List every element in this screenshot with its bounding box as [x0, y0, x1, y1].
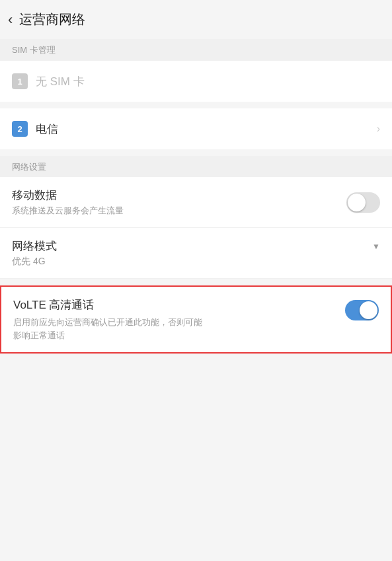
- network-mode-value: 优先 4G: [12, 256, 380, 268]
- sim-section-label: SIM 卡管理: [0, 39, 392, 60]
- mobile-data-toggle-track[interactable]: [346, 192, 380, 213]
- volte-subtitle: 启用前应先向运营商确认已开通此功能，否则可能 影响正常通话: [13, 316, 337, 342]
- mobile-data-subtitle: 系统推送及云服务会产生流量: [12, 205, 338, 217]
- volte-subtitle-line1: 启用前应先向运营商确认已开通此功能，否则可能: [13, 317, 202, 327]
- volte-subtitle-line2: 影响正常通话: [13, 330, 65, 340]
- sim1-item: 1 无 SIM 卡: [0, 61, 392, 102]
- dropdown-icon: ▼: [372, 242, 380, 251]
- mobile-data-content: 移动数据 系统推送及云服务会产生流量: [12, 188, 338, 217]
- network-mode-top: 网络模式 ▼: [12, 239, 380, 254]
- network-section-label: 网络设置: [0, 156, 392, 177]
- volte-title: VoLTE 高清通话: [13, 297, 337, 313]
- sim2-item[interactable]: 2 电信 ›: [0, 108, 392, 149]
- sim2-badge: 2: [12, 121, 28, 137]
- volte-toggle[interactable]: [345, 300, 379, 320]
- sim1-badge: 1: [12, 73, 28, 89]
- mobile-data-toggle-thumb: [348, 194, 366, 211]
- volte-toggle-track[interactable]: [345, 300, 379, 320]
- volte-section: VoLTE 高清通话 启用前应先向运营商确认已开通此功能，否则可能 影响正常通话: [0, 285, 392, 354]
- network-mode-item[interactable]: 网络模式 ▼ 优先 4G: [0, 228, 392, 279]
- header: ‹ 运营商网络: [0, 0, 392, 39]
- sim1-label: 无 SIM 卡: [36, 74, 380, 89]
- page-title: 运营商网络: [19, 11, 85, 28]
- volte-item: VoLTE 高清通话 启用前应先向运营商确认已开通此功能，否则可能 影响正常通话: [1, 287, 391, 352]
- volte-toggle-thumb: [360, 301, 377, 319]
- mobile-data-title: 移动数据: [12, 188, 338, 203]
- network-mode-title: 网络模式: [12, 239, 57, 254]
- sim2-label: 电信: [36, 122, 377, 137]
- back-button[interactable]: ‹: [8, 13, 13, 27]
- mobile-data-toggle[interactable]: [346, 192, 380, 213]
- sim2-chevron-icon: ›: [377, 123, 380, 135]
- volte-content: VoLTE 高清通话 启用前应先向运营商确认已开通此功能，否则可能 影响正常通话: [13, 297, 337, 342]
- mobile-data-item: 移动数据 系统推送及云服务会产生流量: [0, 177, 392, 228]
